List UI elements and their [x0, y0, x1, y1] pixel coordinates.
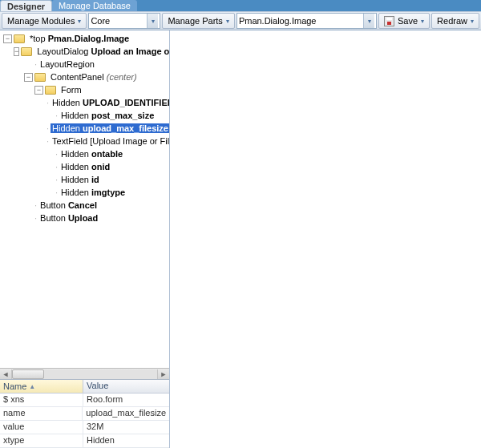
folder-icon — [14, 34, 25, 43]
manage-parts-button[interactable]: Manage Parts ▾ — [162, 13, 234, 29]
tree-node-label: Hidden onid — [59, 162, 111, 172]
tree-node-form-item[interactable]: ·Hidden upload_max_filesize — [3, 122, 169, 135]
chevron-down-icon[interactable]: ▾ — [147, 14, 158, 28]
tree-node-form-item[interactable]: ·Hidden post_max_size — [3, 109, 169, 122]
tree-node-label: LayoutRegion — [38, 59, 96, 69]
property-name-cell: $ xns — [0, 394, 83, 406]
manage-modules-button[interactable]: Manage Modules ▾ — [2, 13, 87, 29]
file-combo-value: Pman.Dialog.Image — [239, 16, 363, 26]
property-value-cell[interactable]: Roo.form — [83, 394, 126, 406]
toolbar: Manage Modules ▾ Core ▾ Manage Parts ▾ P… — [0, 11, 481, 30]
redraw-button[interactable]: Redraw ▾ — [431, 13, 479, 29]
module-combo-value: Core — [91, 16, 147, 26]
tree-node-content-panel[interactable]: − ContentPanel (center) — [3, 71, 169, 83]
property-name-cell: name — [0, 407, 83, 420]
manage-modules-label: Manage Modules — [7, 16, 75, 26]
redraw-label: Redraw — [437, 16, 467, 26]
tree-node-form[interactable]: − Form — [3, 83, 169, 96]
tree-spacer — [45, 150, 54, 159]
tree-node-form-item[interactable]: ·Hidden UPLOAD_IDENTIFIER — [3, 96, 169, 109]
tree-node-label: LayoutDialog Upload an Image or File — [35, 46, 169, 56]
scroll-thumb[interactable] — [12, 369, 44, 379]
chevron-down-icon: ▾ — [471, 18, 474, 25]
tree-node-label: Hidden imgtype — [59, 188, 127, 197]
tab-designer[interactable]: Designer — [0, 0, 52, 11]
tree-node-top[interactable]: − *top Pman.Dialog.Image — [3, 32, 169, 45]
component-tree: − *top Pman.Dialog.Image − LayoutDialog … — [0, 30, 169, 368]
tree-node-label: Hidden ontable — [59, 149, 124, 159]
scroll-right-icon[interactable]: ► — [158, 370, 169, 378]
module-combo[interactable]: Core ▾ — [88, 13, 160, 29]
property-row[interactable]: xtypeHidden — [0, 434, 169, 448]
tree-node-button-upload[interactable]: · Button Upload — [3, 212, 169, 224]
tree-node-label: ContentPanel (center) — [49, 72, 139, 82]
tree-node-layout-region[interactable]: · LayoutRegion — [3, 58, 169, 71]
horizontal-scrollbar[interactable]: ◄ ► — [0, 368, 169, 379]
workarea: − *top Pman.Dialog.Image − LayoutDialog … — [0, 30, 481, 448]
tree-node-button-cancel[interactable]: · Button Cancel — [3, 199, 169, 212]
property-grid-header-name[interactable]: Name▲ — [0, 380, 83, 393]
tree-spacer — [45, 176, 54, 184]
collapse-icon[interactable]: − — [34, 86, 43, 95]
tree-node-form-item[interactable]: ·Hidden id — [3, 173, 169, 186]
save-label: Save — [398, 16, 418, 26]
tree-node-label: TextField [Upload Image or File] ima — [51, 136, 169, 146]
chevron-down-icon[interactable]: ▾ — [363, 14, 374, 28]
tree-spacer — [24, 201, 33, 210]
scroll-left-icon[interactable]: ◄ — [0, 370, 11, 378]
tree-node-label: Button Upload — [38, 213, 99, 223]
property-grid-header-value[interactable]: Value — [83, 380, 111, 393]
property-name-cell: xtype — [0, 434, 83, 447]
floppy-disk-icon — [384, 16, 394, 26]
property-value-cell[interactable]: 32M — [83, 421, 107, 434]
chevron-down-icon: ▾ — [78, 18, 81, 25]
tree-node-form-item[interactable]: ·Hidden ontable — [3, 147, 169, 160]
tree-spacer — [45, 111, 54, 120]
tree-node-form-item[interactable]: ·Hidden onid — [3, 160, 169, 173]
tree-node-label: Button Cancel — [38, 200, 99, 210]
tree-node-label: Hidden upload_max_filesize — [51, 123, 169, 133]
tree-spacer — [45, 188, 54, 197]
folder-icon — [21, 47, 32, 56]
collapse-icon[interactable]: − — [14, 47, 19, 56]
scroll-track[interactable] — [11, 369, 158, 379]
folder-icon — [45, 86, 56, 95]
tree-spacer — [24, 60, 33, 69]
property-name-cell: value — [0, 421, 83, 434]
save-button[interactable]: Save ▾ — [378, 13, 430, 29]
tab-manage-database[interactable]: Manage Database — [52, 0, 137, 11]
property-row[interactable]: nameupload_max_filesize — [0, 407, 169, 421]
sort-asc-icon: ▲ — [29, 383, 35, 390]
tree-node-label: Hidden id — [59, 175, 101, 184]
tree-node-label: *top Pman.Dialog.Image — [28, 34, 131, 43]
property-grid-header: Name▲ Value — [0, 380, 169, 394]
file-combo[interactable]: Pman.Dialog.Image ▾ — [236, 13, 377, 29]
property-row[interactable]: $ xnsRoo.form — [0, 394, 169, 407]
sidebar: − *top Pman.Dialog.Image − LayoutDialog … — [0, 30, 170, 448]
tree-node-form-item[interactable]: ·TextField [Upload Image or File] ima — [3, 135, 169, 147]
tree-spacer — [24, 214, 33, 223]
chevron-down-icon: ▾ — [421, 18, 424, 25]
chevron-down-icon: ▾ — [226, 18, 229, 25]
tab-bar: Designer Manage Database — [0, 0, 481, 11]
design-canvas[interactable] — [170, 30, 481, 448]
property-value-cell[interactable]: Hidden — [83, 434, 118, 447]
property-row[interactable]: value32M — [0, 421, 169, 434]
tree-node-label: Hidden UPLOAD_IDENTIFIER — [51, 98, 169, 107]
collapse-icon[interactable]: − — [3, 34, 12, 43]
folder-icon — [34, 73, 46, 82]
tree-node-form-item[interactable]: ·Hidden imgtype — [3, 186, 169, 199]
property-value-cell[interactable]: upload_max_filesize — [83, 407, 169, 420]
collapse-icon[interactable]: − — [24, 73, 33, 82]
property-grid: Name▲ Value $ xnsRoo.formnameupload_max_… — [0, 379, 169, 448]
tree-node-label: Form — [59, 85, 83, 95]
tree-node-layout-dialog[interactable]: − LayoutDialog Upload an Image or File — [3, 45, 169, 58]
tree-node-label: Hidden post_max_size — [59, 111, 156, 120]
tree-spacer — [45, 163, 54, 172]
manage-parts-label: Manage Parts — [168, 16, 222, 26]
